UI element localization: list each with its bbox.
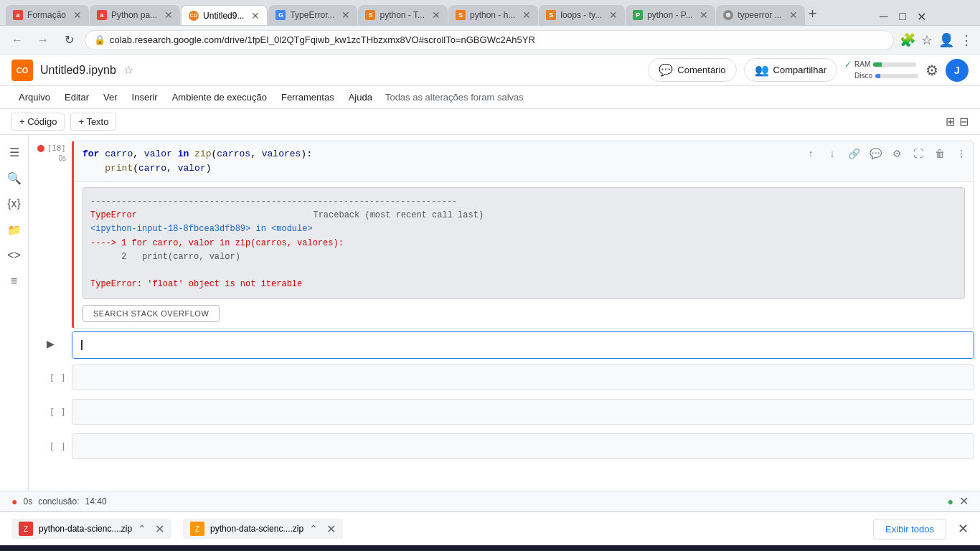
forward-button[interactable]: → bbox=[33, 30, 53, 50]
taskbar-lenovo-icon[interactable]: L bbox=[383, 548, 412, 551]
traceback-line-6 bbox=[90, 264, 957, 278]
close-button[interactable]: ✕ bbox=[913, 8, 930, 25]
expand-icon[interactable]: ⊞ bbox=[946, 115, 955, 128]
tab-close-1[interactable]: ✕ bbox=[73, 9, 82, 21]
maximize-button[interactable]: □ bbox=[894, 8, 911, 25]
tab-close-2[interactable]: ✕ bbox=[164, 9, 173, 21]
taskbar-edge-icon[interactable]: 🌐 bbox=[320, 548, 349, 551]
taskbar-av-icon[interactable]: 🛡 bbox=[415, 548, 443, 551]
collapse-icon[interactable]: ⊟ bbox=[959, 115, 969, 128]
add-code-button[interactable]: + Código bbox=[11, 113, 65, 131]
cell-1-delete[interactable]: 🗑 bbox=[930, 143, 950, 164]
sidebar-command-icon[interactable]: ≡ bbox=[3, 270, 26, 293]
cell-2-gutter: ▶ bbox=[29, 331, 72, 359]
cell-1-settings[interactable]: ⚙ bbox=[887, 143, 907, 164]
cell-3: [ ] bbox=[29, 362, 980, 393]
tab-close-4[interactable]: ✕ bbox=[341, 9, 350, 21]
tab-close-6[interactable]: ✕ bbox=[522, 9, 531, 21]
tab-close-8[interactable]: ✕ bbox=[699, 9, 708, 21]
sidebar-files-icon[interactable]: 📁 bbox=[3, 218, 26, 241]
taskbar-chrome-icon[interactable]: 🌏 bbox=[446, 548, 475, 551]
tab-loops[interactable]: S loops - ty... ✕ bbox=[539, 5, 625, 25]
user-avatar[interactable]: J bbox=[946, 59, 969, 82]
taskbar-terminal-icon[interactable]: ⌨ bbox=[478, 548, 507, 551]
menu-inserir[interactable]: Inserir bbox=[125, 89, 165, 105]
cell-1-move-up[interactable]: ↑ bbox=[801, 143, 821, 164]
tab-close-9[interactable]: ✕ bbox=[789, 9, 798, 21]
ram-disk-widget: ✓ RAM ✓ Disco bbox=[844, 60, 918, 81]
taskbar-store-icon[interactable]: 🏪 bbox=[352, 548, 380, 551]
error-traceback: ----------------------------------------… bbox=[83, 187, 965, 299]
menu-editar[interactable]: Editar bbox=[57, 89, 96, 105]
minimize-button[interactable]: ─ bbox=[875, 8, 892, 25]
tab-close-7[interactable]: ✕ bbox=[609, 9, 618, 21]
checkmark-icon: ✓ bbox=[844, 60, 852, 70]
sidebar-search-icon[interactable]: 🔍 bbox=[3, 166, 26, 189]
menu-ajuda[interactable]: Ajuda bbox=[341, 89, 380, 105]
status-close-icon[interactable]: ✕ bbox=[959, 494, 969, 508]
downloads-bar-close[interactable]: ✕ bbox=[958, 521, 969, 537]
bookmark-icon[interactable]: ☆ bbox=[921, 32, 933, 48]
sidebar-code-icon[interactable]: <> bbox=[3, 244, 26, 267]
cell-1-more[interactable]: ⋮ bbox=[951, 143, 971, 164]
download-close-1[interactable]: ✕ bbox=[155, 522, 164, 536]
tab-python-t[interactable]: S python - T... ✕ bbox=[358, 5, 447, 25]
cell-2-run-button[interactable]: ▶ bbox=[41, 334, 60, 353]
cell-3-content[interactable] bbox=[72, 364, 974, 390]
cell-1-link[interactable]: 🔗 bbox=[844, 143, 864, 164]
menu-arquivo[interactable]: Arquivo bbox=[11, 89, 57, 105]
settings-icon[interactable]: ⚙ bbox=[925, 62, 938, 79]
colab-right-controls: 💬 Comentário 👥 Compartilhar ✓ RAM ✓ Disc… bbox=[648, 58, 969, 82]
tab-close-5[interactable]: ✕ bbox=[432, 9, 440, 21]
share-button[interactable]: 👥 Compartilhar bbox=[744, 58, 837, 82]
cell-1-move-down[interactable]: ↓ bbox=[822, 143, 842, 164]
show-all-downloads-button[interactable]: Exibir todos bbox=[873, 519, 946, 540]
cell-2-code[interactable] bbox=[72, 332, 974, 358]
taskbar-meet-icon[interactable]: 📹 bbox=[257, 548, 286, 551]
lock-icon: 🔒 bbox=[94, 34, 105, 45]
cell-4: [ ] bbox=[29, 396, 980, 428]
download-chevron-1[interactable]: ⌃ bbox=[138, 523, 146, 534]
tab-typeerror[interactable]: G TypeError... ✕ bbox=[268, 5, 357, 25]
download-item-2[interactable]: Z python-data-scienc....zip ⌃ ✕ bbox=[183, 519, 343, 539]
cell-3-brackets: [ ] bbox=[50, 372, 66, 383]
add-text-button[interactable]: + Texto bbox=[70, 113, 116, 131]
download-item-1[interactable]: Z python-data-scienc....zip ⌃ ✕ bbox=[11, 519, 171, 539]
menu-ambiente[interactable]: Ambiente de execução bbox=[165, 89, 274, 105]
new-tab-button[interactable]: + bbox=[809, 6, 817, 25]
traceback-line-5: 2 print(carro, valor) bbox=[90, 250, 957, 264]
tab-untitled9[interactable]: CO Untitled9... ✕ bbox=[181, 5, 268, 25]
cell-2-content[interactable] bbox=[72, 331, 974, 359]
taskbar-files-icon[interactable]: 📁 bbox=[225, 548, 254, 551]
status-time: 0s bbox=[23, 496, 32, 507]
menu-ver[interactable]: Ver bbox=[96, 89, 125, 105]
cell-1-content[interactable]: for carro, valor in zip(carros, valores)… bbox=[72, 141, 974, 329]
comment-label: Comentário bbox=[677, 65, 725, 75]
taskbar-explorer-icon[interactable]: 📂 bbox=[288, 548, 317, 551]
tab-python-h[interactable]: S python - h... ✕ bbox=[448, 5, 538, 25]
profile-icon[interactable]: 👤 bbox=[938, 32, 954, 48]
menu-ferramentas[interactable]: Ferramentas bbox=[274, 89, 341, 105]
extensions-icon[interactable]: 🧩 bbox=[900, 32, 915, 48]
sidebar-toc-icon[interactable]: ☰ bbox=[3, 141, 26, 164]
tab-formacao[interactable]: a Formação ✕ bbox=[6, 5, 89, 25]
address-bar[interactable]: 🔒 colab.research.google.com/drive/1fpEI_… bbox=[85, 30, 894, 50]
back-button[interactable]: ← bbox=[7, 30, 27, 50]
reload-button[interactable]: ↻ bbox=[59, 30, 79, 50]
comment-button[interactable]: 💬 Comentário bbox=[648, 58, 736, 82]
sidebar-variables-icon[interactable]: {x} bbox=[3, 192, 26, 215]
tab-python-pa[interactable]: a Python pa... ✕ bbox=[90, 5, 180, 25]
cell-5-content[interactable] bbox=[72, 433, 974, 459]
cell-4-content[interactable] bbox=[72, 399, 974, 425]
menu-icon[interactable]: ⋮ bbox=[960, 32, 973, 48]
cell-1-expand[interactable]: ⛶ bbox=[908, 143, 928, 164]
download-chevron-2[interactable]: ⌃ bbox=[309, 523, 318, 534]
download-close-2[interactable]: ✕ bbox=[326, 522, 336, 536]
tab-python-p[interactable]: P python - P... ✕ bbox=[626, 5, 715, 25]
star-icon[interactable]: ☆ bbox=[123, 63, 133, 77]
tab-close-3[interactable]: ✕ bbox=[251, 10, 260, 22]
tab-typeerror2[interactable]: ⊕ typeerror ... ✕ bbox=[716, 5, 804, 25]
taskbar-icons: 📁 📹 📂 🌐 🏪 L 🛡 🌏 ⌨ bbox=[225, 548, 507, 551]
cell-1-comment[interactable]: 💬 bbox=[865, 143, 885, 164]
search-so-button[interactable]: SEARCH STACK OVERFLOW bbox=[83, 305, 220, 322]
